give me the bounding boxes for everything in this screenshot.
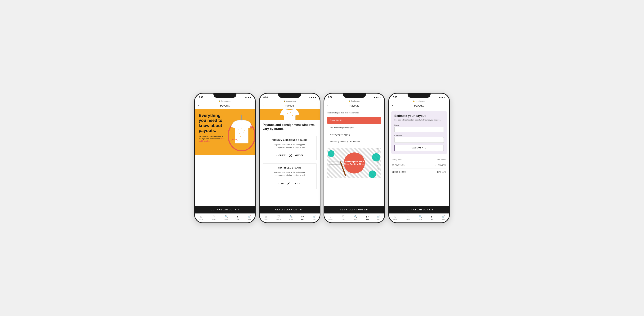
svg-point-10 <box>290 112 291 113</box>
payout-table: Listing Price Your Payout $5.00-$19.99 →… <box>389 156 449 178</box>
get-kit-btn-1[interactable]: GET A CLEAN OUT KIT <box>195 206 255 214</box>
phone-1: 8:36 ▲▲▲ ▮ 🔒 thredup.com ‹ Payouts Every… <box>194 93 256 223</box>
tab-saved-2[interactable]: ♡ Saved <box>276 215 281 220</box>
get-kit-btn-3[interactable]: GET A CLEAN OUT KIT <box>324 206 384 214</box>
hero-garment-image <box>226 111 255 151</box>
svg-point-8 <box>250 125 253 129</box>
tab-cart-label-1: Cart <box>248 218 250 220</box>
tab-bar-2: ⌂ Home ♡ Saved 🔍 Shop 🏷 Sell 🛒 Cart <box>260 214 320 223</box>
bottom-bar-4: GET A CLEAN OUT KIT ⌂ Home ♡ Saved 🔍 Sho… <box>389 206 449 223</box>
payout-right-0: → 5%-15% <box>434 164 446 167</box>
phone-content-2: Payouts and consignment windows vary by … <box>260 109 320 223</box>
sell-icon-4: 🏷 <box>431 215 433 218</box>
tab-shop-2[interactable]: 🔍 Shop <box>289 215 293 220</box>
tab-cart-1[interactable]: 🛒 Cart <box>248 215 251 220</box>
pill-marketing[interactable]: Marketing to help your items sell <box>327 138 381 145</box>
tab-saved-4[interactable]: ♡ Saved <box>406 215 410 220</box>
notch-1 <box>214 93 236 98</box>
tab-cart-3[interactable]: 🛒 Cart <box>377 215 380 220</box>
premium-line2: Consignment window: 90 days to sell <box>266 146 314 149</box>
scroll-top-text: costs are higher than their resale value… <box>324 109 384 117</box>
back-button-4[interactable]: ‹ <box>392 103 393 107</box>
scroll-area-1[interactable]: Everything you need to know about payout… <box>195 109 255 206</box>
premium-section: PREMIUM & DESIGNER BRANDS Payouts: Up to… <box>263 136 317 160</box>
pill-packaging[interactable]: Packaging & shipping <box>327 131 381 138</box>
status-time-1: 8:36 <box>199 96 203 98</box>
zara-logo: ZARA <box>293 183 301 185</box>
lock-icon-3: 🔒 <box>348 100 350 102</box>
svg-point-14 <box>368 170 376 178</box>
get-kit-btn-2[interactable]: GET A CLEAN OUT KIT <box>260 206 320 214</box>
category-label: Category <box>394 134 444 136</box>
payout-value-0: 5%-15% <box>438 164 446 166</box>
get-kit-btn-4[interactable]: GET A CLEAN OUT KIT <box>389 206 449 214</box>
svg-point-2 <box>238 129 239 130</box>
tab-cart-2[interactable]: 🛒 Cart <box>312 215 316 220</box>
promo-circle: We send you a FREE Clean Out Kit to fill… <box>344 152 365 174</box>
nav-bar-2: ‹ Payouts <box>260 103 320 109</box>
tab-shop-3[interactable]: 🔍 Shop <box>354 215 358 220</box>
brand-label: Brand <box>394 124 444 126</box>
phone-content-3: costs are higher than their resale value… <box>324 109 384 223</box>
tab-home-1[interactable]: ⌂ Home <box>199 215 203 220</box>
svg-point-3 <box>241 129 242 129</box>
tab-saved-label-4: Saved <box>406 218 410 220</box>
battery-icon-4: ▮ <box>444 96 445 98</box>
tab-home-3[interactable]: ⌂ Home <box>328 215 332 220</box>
pill-clean-out-kit[interactable]: Clean Out Kit <box>327 117 381 124</box>
browser-bar-3: 🔒 thredup.com <box>324 100 384 103</box>
tab-saved-label-2: Saved <box>276 218 281 220</box>
nav-title-3: Payouts <box>350 104 359 107</box>
svg-point-12 <box>328 150 334 157</box>
signal-icon-4: ▲▲▲ <box>438 96 444 98</box>
scroll-area-3[interactable]: costs are higher than their resale value… <box>324 109 384 206</box>
browser-bar-4: 🔒 thredup.com <box>389 100 449 103</box>
mid-body: Payouts: Up to 60% of the selling price … <box>266 171 314 177</box>
payout-col2-header: Your Payout <box>437 159 446 160</box>
tab-home-label-3: Home <box>328 218 332 220</box>
phone-content-1: Everything you need to know about payout… <box>195 109 255 223</box>
pill-inspection[interactable]: Inspection & photography <box>327 124 381 131</box>
brand-input[interactable] <box>394 127 444 132</box>
tab-saved-3[interactable]: ♡ Saved <box>341 215 346 220</box>
tab-saved-label-3: Saved <box>341 218 346 220</box>
battery-icon: ▮ <box>250 96 251 98</box>
back-button-2[interactable]: ‹ <box>263 103 264 107</box>
tab-shop-4[interactable]: 🔍 Shop <box>419 215 422 220</box>
cart-icon-1: 🛒 <box>248 215 251 218</box>
tab-cart-4[interactable]: 🛒 Cart <box>442 215 445 220</box>
category-input[interactable] <box>394 137 444 143</box>
browser-bar-1: 🔒 thredup.com <box>195 100 255 103</box>
back-button-1[interactable]: ‹ <box>198 103 199 107</box>
tab-sell-3[interactable]: 🏷 Sell <box>366 215 368 220</box>
battery-icon-3: ▮ <box>380 96 380 98</box>
phone2-headline: Payouts and consignment windows vary by … <box>260 120 320 133</box>
arrow-icon-1: → <box>433 171 435 173</box>
payout-row-0: $5.00-$19.99 → 5%-15% <box>392 162 446 169</box>
back-button-3[interactable]: ‹ <box>327 103 328 107</box>
tab-cart-label-3: Cart <box>377 218 380 220</box>
tab-home-2[interactable]: ⌂ Home <box>264 215 268 220</box>
nav-bar-1: ‹ Payouts <box>195 103 255 109</box>
bottom-bar-3: GET A CLEAN OUT KIT ⌂ Home ♡ Saved 🔍 Sho… <box>324 206 384 223</box>
scroll-area-4[interactable]: Estimate your payout See past listings t… <box>389 109 449 206</box>
status-time-4: 8:36 <box>393 96 397 98</box>
scroll-area-2[interactable]: Payouts and consignment windows vary by … <box>260 109 320 206</box>
tab-shop-1[interactable]: 🔍 Shop <box>224 215 228 220</box>
saved-icon-3: ♡ <box>342 215 344 218</box>
tab-sell-2[interactable]: 🏷 Sell <box>301 215 304 220</box>
tab-home-4[interactable]: ⌂ Home <box>393 215 397 220</box>
tab-saved-1[interactable]: ♡ Saved <box>212 215 216 220</box>
svg-point-9 <box>287 113 288 114</box>
calculate-button[interactable]: CALCULATE <box>394 145 444 151</box>
notch-2 <box>278 93 301 98</box>
tab-saved-label-1: Saved <box>212 218 216 220</box>
tab-sell-4[interactable]: 🏷 Sell <box>430 215 433 220</box>
sell-icon-1: 🏷 <box>236 215 239 218</box>
signal-icon: ▲▲▲ <box>244 96 250 98</box>
url-1: thredup.com <box>221 100 231 102</box>
notch-3 <box>343 93 366 98</box>
tab-sell-1[interactable]: 🏷 Sell <box>236 215 239 220</box>
cart-icon-3: 🛒 <box>377 215 380 218</box>
shop-icon-1: 🔍 <box>225 215 228 218</box>
